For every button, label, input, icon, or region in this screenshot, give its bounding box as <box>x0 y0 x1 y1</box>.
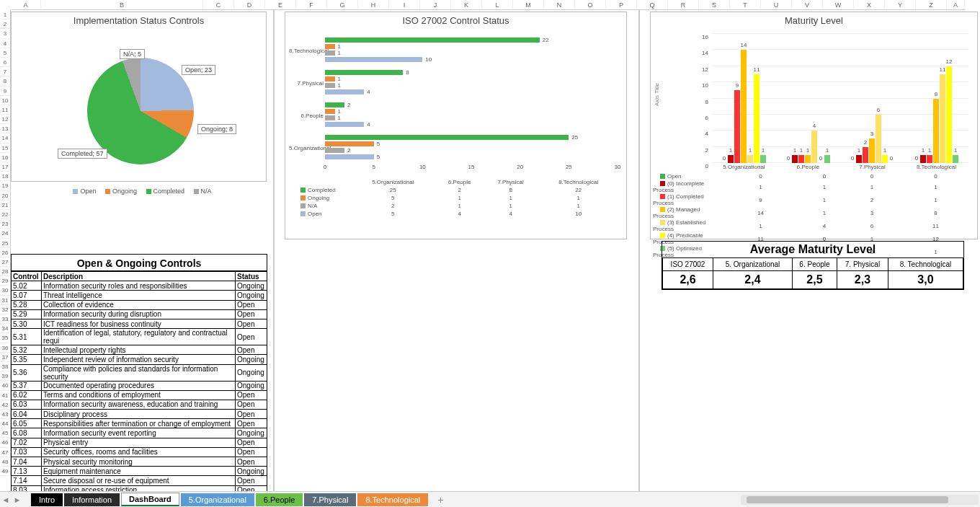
open-ongoing-section: Open & Ongoing Controls ControlDescripti… <box>11 254 267 505</box>
avg-maturity-title: Average Maturity Level <box>662 242 963 257</box>
tab-information[interactable]: Information <box>64 493 120 506</box>
sheet-tab-bar: ◄ ► Intro Information DashBoard 5.Organi… <box>0 491 980 507</box>
tab-nav-prev[interactable]: ◄ <box>0 495 12 504</box>
mbar-yaxis: 0246810121416 <box>694 34 710 163</box>
tab-add[interactable]: + <box>429 492 451 508</box>
row-headers: 1234567891011121314151617181920212223242… <box>0 10 11 476</box>
pie-label-open: Open; 23 <box>182 65 215 75</box>
avg-maturity-table: ISO 270025. Organizational6. People7. Ph… <box>662 257 963 289</box>
pie-legend: Open Ongoing Completed N/A <box>12 188 266 195</box>
pie-label-ongoing: Ongoing; 8 <box>197 124 236 134</box>
pane-separator-2 <box>638 10 640 491</box>
hbar-plot: 8.Technological2211107.Physical81146.Peo… <box>325 38 618 167</box>
tab-technological[interactable]: 8.Technological <box>357 493 428 506</box>
avg-maturity-box: Average Maturity Level ISO 270025. Organ… <box>662 241 964 290</box>
column-headers: ABCDEFGHIJKLMNOPQRSTUVWXYZA <box>11 0 980 10</box>
chart-iso27002-status[interactable]: ISO 27002 Control Status 8.Technological… <box>285 12 627 239</box>
mbar-plot: 01914111101114010123610011811121 <box>712 34 968 163</box>
tab-people[interactable]: 6.People <box>256 493 303 506</box>
open-ongoing-table[interactable]: ControlDescriptionStatus5.02Information … <box>11 271 267 505</box>
chart-maturity-level[interactable]: Maturity Level Axis Title 0246810121416 … <box>650 12 978 239</box>
y-axis-title: Axis Title <box>654 83 660 106</box>
tab-dashboard[interactable]: DashBoard <box>121 493 179 506</box>
chart-implementation-status[interactable]: Implementation Status Controls N/A; 5 Op… <box>11 12 267 182</box>
chart-title: Maturity Level <box>651 12 977 29</box>
tab-organizational[interactable]: 5.Organizational <box>181 493 254 506</box>
horizontal-scrollbar[interactable] <box>741 495 979 505</box>
chart-title: Implementation Status Controls <box>12 12 266 29</box>
open-ongoing-title: Open & Ongoing Controls <box>11 254 267 271</box>
hbar-xaxis: 051015202530 <box>325 164 618 172</box>
mbar-data-table: Open0000(0) Incomplete Process1111(1) Co… <box>652 172 976 237</box>
tab-nav-next[interactable]: ► <box>12 495 23 504</box>
pie-label-completed: Completed; 57 <box>58 149 107 159</box>
pie-label-na: N/A; 5 <box>120 49 145 59</box>
pie-area: N/A; 5 Open; 23 Ongoing; 8 Completed; 57… <box>12 29 266 198</box>
pane-separator-1 <box>273 10 275 491</box>
worksheet-area: Implementation Status Controls N/A; 5 Op… <box>11 10 980 491</box>
tab-physical[interactable]: 7.Physical <box>304 493 356 506</box>
tab-intro[interactable]: Intro <box>31 493 63 506</box>
chart-title: ISO 27002 Control Status <box>285 12 626 29</box>
hbar-data-table: 5.Organizational6.People7.Physical8.Tech… <box>293 178 619 237</box>
